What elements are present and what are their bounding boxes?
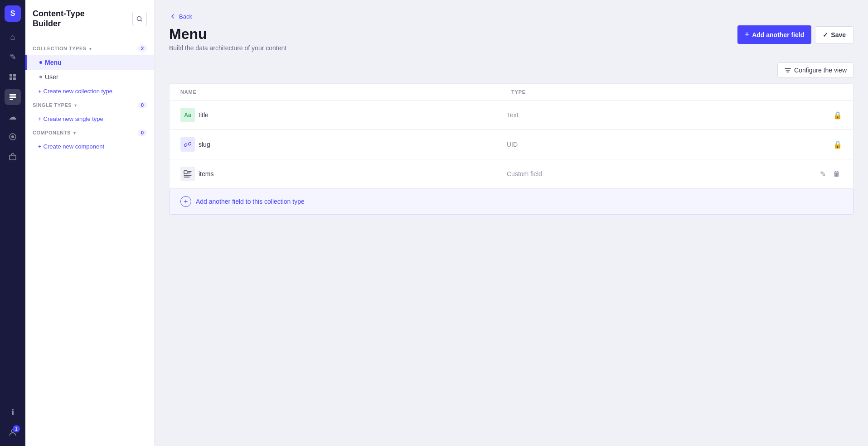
page-subtitle: Build the data architecture of your cont… [169, 44, 286, 52]
table-row: Aa title Text 🔒 [170, 101, 853, 130]
add-field-collection-label: Add another field to this collection typ… [196, 198, 305, 205]
delete-icon-items[interactable]: 🗑 [831, 168, 842, 180]
active-dot [39, 61, 42, 64]
name-column-header: NAME [180, 89, 197, 95]
field-actions-slug: 🔒 [815, 140, 842, 149]
field-type-title: Text [507, 111, 815, 119]
cloud-icon[interactable]: ☁ [5, 109, 21, 125]
lock-icon-title: 🔒 [833, 111, 842, 120]
content-manager-icon[interactable]: ✎ [5, 49, 21, 65]
svg-rect-5 [10, 96, 16, 98]
nav-item-menu[interactable]: Menu [25, 55, 154, 70]
field-name-slug: slug [199, 141, 507, 148]
create-component-link[interactable]: + Create new component [25, 139, 154, 153]
save-button[interactable]: ✓ Save [815, 26, 853, 43]
field-name-items: items [199, 170, 507, 177]
field-icon-cell-title: Aa [180, 108, 199, 122]
collection-types-section-header[interactable]: COLLECTION TYPES ▾ 2 [25, 42, 154, 55]
create-component-plus: + [38, 143, 42, 150]
left-panel: Content-Type Builder COLLECTION TYPES ▾ … [25, 0, 155, 446]
home-icon[interactable]: ⌂ [5, 29, 21, 45]
field-name-title: title [199, 111, 507, 119]
left-panel-header: Content-Type Builder [25, 0, 154, 36]
nav-item-user[interactable]: User [25, 70, 154, 84]
single-types-label: SINGLE TYPES [33, 102, 72, 108]
svg-rect-9 [10, 155, 16, 160]
svg-rect-12 [184, 171, 187, 174]
field-icon-cell-items [180, 167, 199, 181]
page-title-area: Menu Build the data architecture of your… [169, 25, 286, 52]
svg-rect-4 [10, 94, 16, 96]
fields-table: NAME TYPE Aa title Text 🔒 [169, 83, 853, 215]
single-types-section-header[interactable]: SINGLE TYPES ▾ 0 [25, 98, 154, 112]
user-settings-icon[interactable]: 1 [5, 424, 21, 441]
table-row: items Custom field ✎ 🗑 [170, 159, 853, 188]
create-single-label: Create new single type [44, 115, 103, 122]
table-row: slug UID 🔒 [170, 130, 853, 159]
configure-view-button[interactable]: Configure the view [777, 62, 853, 78]
configure-view-label: Configure the view [794, 67, 847, 74]
back-link[interactable]: Back [169, 13, 853, 20]
inactive-dot [39, 76, 42, 78]
create-collection-plus: + [38, 88, 42, 95]
header-actions: + Add another field ✓ Save [737, 25, 853, 44]
field-type-items: Custom field [507, 170, 815, 177]
icon-sidebar: S ⌂ ✎ ☁ ℹ 1 [0, 0, 25, 446]
marketplace-icon[interactable] [5, 149, 21, 165]
field-actions-title: 🔒 [815, 111, 842, 120]
create-collection-type-link[interactable]: + Create new collection type [25, 84, 154, 98]
edit-icon-items[interactable]: ✎ [818, 168, 828, 180]
main-content: Back Menu Build the data architecture of… [155, 0, 868, 446]
single-types-chevron: ▾ [74, 103, 77, 108]
svg-rect-2 [10, 77, 12, 80]
top-area: Back Menu Build the data architecture of… [155, 0, 868, 61]
logo-button[interactable]: S [5, 5, 21, 22]
field-type-slug: UID [507, 141, 815, 148]
type-column-header: TYPE [511, 89, 842, 95]
svg-rect-0 [10, 74, 12, 77]
content-type-builder-icon[interactable] [5, 89, 21, 105]
save-check-icon: ✓ [823, 31, 828, 38]
notification-badge: 1 [13, 425, 20, 432]
add-another-field-button[interactable]: + Add another field [737, 25, 812, 44]
page-title: Menu [169, 25, 286, 43]
svg-rect-3 [13, 77, 16, 80]
lock-icon-slug: 🔒 [833, 140, 842, 149]
fields-table-inner: NAME TYPE Aa title Text 🔒 [169, 83, 853, 189]
components-chevron: ▾ [73, 130, 76, 135]
search-button[interactable] [132, 12, 147, 26]
create-single-type-link[interactable]: + Create new single type [25, 112, 154, 126]
page-header-row: Menu Build the data architecture of your… [169, 25, 853, 52]
svg-point-8 [11, 135, 14, 138]
single-types-count: 0 [138, 102, 147, 108]
left-panel-content: COLLECTION TYPES ▾ 2 Menu User + Create … [25, 36, 154, 159]
table-header: NAME TYPE [170, 84, 853, 101]
collection-types-chevron: ▾ [89, 46, 92, 51]
create-component-label: Create new component [44, 143, 104, 150]
uid-field-icon [180, 137, 195, 152]
svg-rect-6 [10, 99, 13, 100]
components-label: COMPONENTS [33, 130, 71, 135]
content-area: Configure the view NAME TYPE Aa [155, 61, 868, 446]
components-count: 0 [138, 129, 147, 136]
media-library-icon[interactable] [5, 69, 21, 85]
configure-view-row: Configure the view [169, 62, 853, 78]
nav-item-user-label: User [45, 73, 58, 81]
collection-types-count: 2 [138, 45, 147, 52]
save-label: Save [831, 31, 846, 38]
info-icon[interactable]: ℹ [5, 404, 21, 421]
components-section-header[interactable]: COMPONENTS ▾ 0 [25, 126, 154, 139]
text-field-icon: Aa [180, 108, 195, 122]
add-field-plus-circle: + [180, 196, 191, 207]
plugins-icon[interactable] [5, 129, 21, 145]
field-icon-cell-slug [180, 137, 199, 152]
create-collection-label: Create new collection type [44, 88, 112, 95]
add-field-to-collection-row[interactable]: + Add another field to this collection t… [169, 189, 853, 215]
back-label: Back [179, 13, 192, 20]
svg-rect-1 [13, 74, 16, 77]
add-field-plus-icon: + [745, 30, 750, 39]
custom-field-icon [180, 167, 195, 181]
nav-item-menu-label: Menu [45, 59, 62, 66]
add-another-field-label: Add another field [752, 31, 804, 38]
left-panel-title: Content-Type Builder [33, 9, 85, 29]
